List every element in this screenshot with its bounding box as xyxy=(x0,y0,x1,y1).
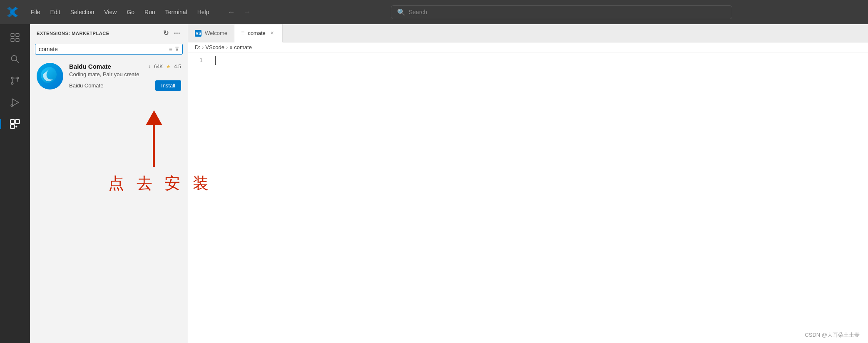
svg-rect-14 xyxy=(15,119,20,124)
extension-name-row: Baidu Comate ↓ 64K ★ 4.5 xyxy=(69,63,181,70)
activity-extensions[interactable] xyxy=(5,114,25,134)
breadcrumb: D: › VScode › ≡ comate xyxy=(188,42,868,52)
editor-area: VS Welcome ≡ comate × D: › VScode › ≡ co… xyxy=(188,24,868,343)
search-icon: 🔍 xyxy=(397,8,405,16)
svg-point-12 xyxy=(11,104,12,106)
star-icon: ★ xyxy=(166,64,171,70)
svg-rect-5 xyxy=(16,38,19,42)
search-actions: ≡ ⊽ xyxy=(169,46,179,52)
extensions-icon xyxy=(10,119,20,129)
extension-name: Baidu Comate xyxy=(69,63,111,70)
explorer-icon xyxy=(10,32,20,43)
tab-comate-label: comate xyxy=(248,30,266,36)
breadcrumb-drive[interactable]: D: xyxy=(195,44,200,50)
svg-point-10 xyxy=(11,77,13,79)
filter-icon[interactable]: ⊽ xyxy=(175,46,179,52)
svg-rect-13 xyxy=(10,119,15,124)
extension-search-input[interactable] xyxy=(39,46,167,52)
svg-rect-4 xyxy=(11,38,14,42)
menu-bar: File Edit Selection View Go Run Terminal… xyxy=(27,7,213,17)
extension-logo xyxy=(37,63,63,89)
menu-file[interactable]: File xyxy=(27,7,45,17)
tab-file-icon: ≡ xyxy=(241,30,244,36)
watermark: CSDN @大耳朵土土壶 xyxy=(805,331,860,339)
activity-explorer[interactable] xyxy=(5,27,25,47)
tab-close-button[interactable]: × xyxy=(269,29,276,37)
svg-point-6 xyxy=(11,55,17,61)
menu-go[interactable]: Go xyxy=(122,7,139,17)
editor-content: 1 xyxy=(188,52,868,343)
vscode-logo-icon xyxy=(7,6,18,18)
extension-search-box[interactable]: ≡ ⊽ xyxy=(35,44,183,55)
line-number-1: 1 xyxy=(188,56,208,65)
menu-edit[interactable]: Edit xyxy=(46,7,65,17)
clear-sort-icon[interactable]: ≡ xyxy=(169,46,172,52)
tab-welcome[interactable]: VS Welcome xyxy=(188,24,234,42)
nav-back-button[interactable]: ← xyxy=(225,6,237,18)
nav-forward-button[interactable]: → xyxy=(241,6,253,18)
download-icon: ↓ xyxy=(148,64,151,70)
menu-help[interactable]: Help xyxy=(193,7,214,17)
breadcrumb-comate[interactable]: comate xyxy=(234,44,252,50)
search-sidebar-icon xyxy=(10,54,20,65)
breadcrumb-sep-2: › xyxy=(226,44,228,50)
activity-run-debug[interactable] xyxy=(5,92,25,112)
extension-meta: ↓ 64K ★ 4.5 xyxy=(148,64,181,70)
activity-search[interactable] xyxy=(5,49,25,69)
menu-terminal[interactable]: Terminal xyxy=(161,7,192,17)
extension-info: Baidu Comate ↓ 64K ★ 4.5 Coding mate, Pa… xyxy=(69,63,181,91)
svg-text:VS: VS xyxy=(196,31,201,36)
rating-value: 4.5 xyxy=(174,64,181,70)
breadcrumb-file-icon: ≡ xyxy=(229,45,232,50)
svg-marker-11 xyxy=(12,99,18,106)
sidebar-actions: ↻ ··· xyxy=(162,28,181,38)
nav-buttons: ← → xyxy=(225,6,253,18)
svg-point-8 xyxy=(11,82,13,84)
activity-bar xyxy=(0,24,30,343)
svg-rect-3 xyxy=(16,33,19,37)
menu-run[interactable]: Run xyxy=(140,7,159,17)
more-actions-icon[interactable]: ··· xyxy=(173,29,181,38)
search-bar[interactable]: 🔍 Search xyxy=(391,5,732,19)
install-button[interactable]: Install xyxy=(155,80,181,91)
tab-bar: VS Welcome ≡ comate × xyxy=(188,24,868,42)
sidebar: EXTENSIONS: MARKETPLACE ↻ ··· ≡ ⊽ xyxy=(30,24,188,343)
tab-welcome-label: Welcome xyxy=(205,30,227,36)
extension-list-item[interactable]: Baidu Comate ↓ 64K ★ 4.5 Coding mate, Pa… xyxy=(30,58,188,96)
extension-description: Coding mate, Pair you create xyxy=(69,71,181,77)
line-numbers: 1 xyxy=(188,52,208,343)
svg-rect-15 xyxy=(10,124,15,129)
svg-rect-2 xyxy=(11,33,14,37)
refresh-icon[interactable]: ↻ xyxy=(162,28,170,38)
menu-view[interactable]: View xyxy=(100,7,121,17)
sidebar-title: EXTENSIONS: MARKETPLACE xyxy=(37,31,109,36)
search-placeholder-text: Search xyxy=(409,9,427,15)
breadcrumb-vscode[interactable]: VScode xyxy=(205,44,224,50)
main-layout: EXTENSIONS: MARKETPLACE ↻ ··· ≡ ⊽ xyxy=(0,24,868,343)
sidebar-header: EXTENSIONS: MARKETPLACE ↻ ··· xyxy=(30,24,188,42)
tab-comate[interactable]: ≡ comate × xyxy=(234,24,283,42)
extension-footer: Baidu Comate Install xyxy=(69,80,181,91)
breadcrumb-sep-1: › xyxy=(202,44,204,50)
extension-publisher: Baidu Comate xyxy=(69,82,103,89)
title-bar: File Edit Selection View Go Run Terminal… xyxy=(0,0,868,24)
editor-text-area[interactable] xyxy=(208,52,868,343)
run-debug-icon xyxy=(10,97,20,108)
svg-line-7 xyxy=(16,60,19,63)
editor-cursor-line xyxy=(215,56,216,65)
welcome-tab-icon: VS xyxy=(195,30,201,37)
source-control-icon xyxy=(10,75,20,86)
activity-source-control[interactable] xyxy=(5,71,25,91)
download-count: 64K xyxy=(154,64,163,70)
menu-selection[interactable]: Selection xyxy=(66,7,99,17)
